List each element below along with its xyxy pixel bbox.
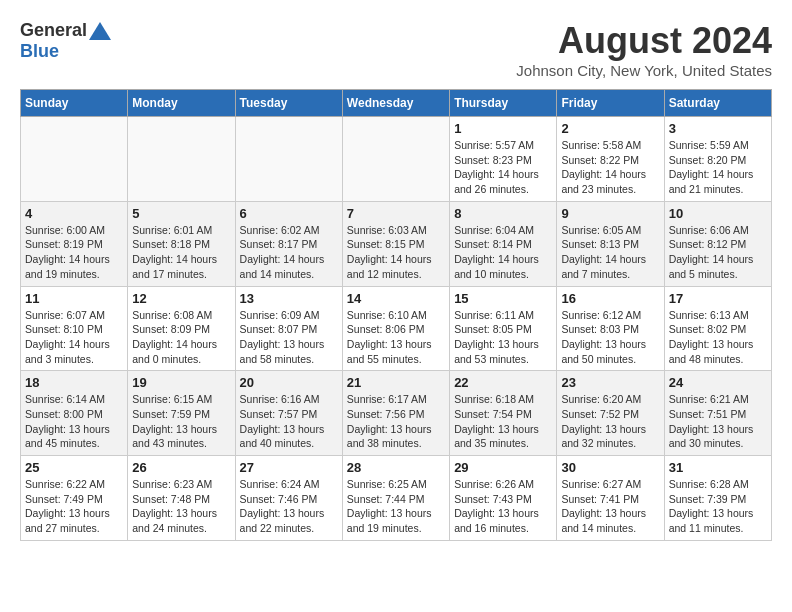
calendar-cell: 6Sunrise: 6:02 AM Sunset: 8:17 PM Daylig…	[235, 201, 342, 286]
logo-icon	[89, 22, 111, 40]
cell-date-number: 13	[240, 291, 338, 306]
weekday-header-thursday: Thursday	[450, 90, 557, 117]
calendar-cell: 30Sunrise: 6:27 AM Sunset: 7:41 PM Dayli…	[557, 456, 664, 541]
calendar-cell: 7Sunrise: 6:03 AM Sunset: 8:15 PM Daylig…	[342, 201, 449, 286]
cell-daylight-info: Sunrise: 6:26 AM Sunset: 7:43 PM Dayligh…	[454, 477, 552, 536]
cell-daylight-info: Sunrise: 6:02 AM Sunset: 8:17 PM Dayligh…	[240, 223, 338, 282]
calendar-cell: 2Sunrise: 5:58 AM Sunset: 8:22 PM Daylig…	[557, 117, 664, 202]
calendar-cell	[128, 117, 235, 202]
cell-date-number: 23	[561, 375, 659, 390]
calendar-cell: 25Sunrise: 6:22 AM Sunset: 7:49 PM Dayli…	[21, 456, 128, 541]
calendar-cell: 1Sunrise: 5:57 AM Sunset: 8:23 PM Daylig…	[450, 117, 557, 202]
calendar-cell: 8Sunrise: 6:04 AM Sunset: 8:14 PM Daylig…	[450, 201, 557, 286]
calendar-cell	[342, 117, 449, 202]
cell-date-number: 26	[132, 460, 230, 475]
cell-daylight-info: Sunrise: 6:18 AM Sunset: 7:54 PM Dayligh…	[454, 392, 552, 451]
cell-date-number: 20	[240, 375, 338, 390]
cell-date-number: 28	[347, 460, 445, 475]
location-subtitle: Johnson City, New York, United States	[516, 62, 772, 79]
calendar-cell: 28Sunrise: 6:25 AM Sunset: 7:44 PM Dayli…	[342, 456, 449, 541]
cell-daylight-info: Sunrise: 6:15 AM Sunset: 7:59 PM Dayligh…	[132, 392, 230, 451]
cell-date-number: 2	[561, 121, 659, 136]
cell-daylight-info: Sunrise: 6:24 AM Sunset: 7:46 PM Dayligh…	[240, 477, 338, 536]
cell-daylight-info: Sunrise: 6:07 AM Sunset: 8:10 PM Dayligh…	[25, 308, 123, 367]
cell-daylight-info: Sunrise: 6:20 AM Sunset: 7:52 PM Dayligh…	[561, 392, 659, 451]
cell-daylight-info: Sunrise: 6:16 AM Sunset: 7:57 PM Dayligh…	[240, 392, 338, 451]
cell-daylight-info: Sunrise: 6:05 AM Sunset: 8:13 PM Dayligh…	[561, 223, 659, 282]
cell-daylight-info: Sunrise: 6:14 AM Sunset: 8:00 PM Dayligh…	[25, 392, 123, 451]
calendar-cell	[21, 117, 128, 202]
calendar-week-row: 4Sunrise: 6:00 AM Sunset: 8:19 PM Daylig…	[21, 201, 772, 286]
calendar-cell: 29Sunrise: 6:26 AM Sunset: 7:43 PM Dayli…	[450, 456, 557, 541]
cell-daylight-info: Sunrise: 5:58 AM Sunset: 8:22 PM Dayligh…	[561, 138, 659, 197]
cell-date-number: 17	[669, 291, 767, 306]
cell-daylight-info: Sunrise: 6:21 AM Sunset: 7:51 PM Dayligh…	[669, 392, 767, 451]
calendar-cell: 16Sunrise: 6:12 AM Sunset: 8:03 PM Dayli…	[557, 286, 664, 371]
weekday-header-monday: Monday	[128, 90, 235, 117]
cell-date-number: 7	[347, 206, 445, 221]
cell-date-number: 18	[25, 375, 123, 390]
calendar-cell: 11Sunrise: 6:07 AM Sunset: 8:10 PM Dayli…	[21, 286, 128, 371]
calendar-cell: 5Sunrise: 6:01 AM Sunset: 8:18 PM Daylig…	[128, 201, 235, 286]
weekday-header-tuesday: Tuesday	[235, 90, 342, 117]
weekday-header-row: SundayMondayTuesdayWednesdayThursdayFrid…	[21, 90, 772, 117]
cell-daylight-info: Sunrise: 6:17 AM Sunset: 7:56 PM Dayligh…	[347, 392, 445, 451]
cell-date-number: 24	[669, 375, 767, 390]
cell-daylight-info: Sunrise: 6:10 AM Sunset: 8:06 PM Dayligh…	[347, 308, 445, 367]
cell-date-number: 6	[240, 206, 338, 221]
calendar-cell: 18Sunrise: 6:14 AM Sunset: 8:00 PM Dayli…	[21, 371, 128, 456]
cell-daylight-info: Sunrise: 6:22 AM Sunset: 7:49 PM Dayligh…	[25, 477, 123, 536]
cell-date-number: 31	[669, 460, 767, 475]
calendar-cell: 17Sunrise: 6:13 AM Sunset: 8:02 PM Dayli…	[664, 286, 771, 371]
cell-daylight-info: Sunrise: 6:06 AM Sunset: 8:12 PM Dayligh…	[669, 223, 767, 282]
weekday-header-wednesday: Wednesday	[342, 90, 449, 117]
cell-date-number: 21	[347, 375, 445, 390]
cell-date-number: 27	[240, 460, 338, 475]
weekday-header-saturday: Saturday	[664, 90, 771, 117]
cell-date-number: 15	[454, 291, 552, 306]
calendar-cell: 22Sunrise: 6:18 AM Sunset: 7:54 PM Dayli…	[450, 371, 557, 456]
cell-daylight-info: Sunrise: 6:00 AM Sunset: 8:19 PM Dayligh…	[25, 223, 123, 282]
calendar-cell: 20Sunrise: 6:16 AM Sunset: 7:57 PM Dayli…	[235, 371, 342, 456]
cell-date-number: 8	[454, 206, 552, 221]
calendar-table: SundayMondayTuesdayWednesdayThursdayFrid…	[20, 89, 772, 541]
calendar-cell: 26Sunrise: 6:23 AM Sunset: 7:48 PM Dayli…	[128, 456, 235, 541]
calendar-cell	[235, 117, 342, 202]
cell-daylight-info: Sunrise: 6:04 AM Sunset: 8:14 PM Dayligh…	[454, 223, 552, 282]
logo: General Blue	[20, 20, 111, 62]
cell-daylight-info: Sunrise: 6:12 AM Sunset: 8:03 PM Dayligh…	[561, 308, 659, 367]
cell-date-number: 9	[561, 206, 659, 221]
calendar-cell: 9Sunrise: 6:05 AM Sunset: 8:13 PM Daylig…	[557, 201, 664, 286]
cell-date-number: 1	[454, 121, 552, 136]
weekday-header-sunday: Sunday	[21, 90, 128, 117]
weekday-header-friday: Friday	[557, 90, 664, 117]
calendar-cell: 19Sunrise: 6:15 AM Sunset: 7:59 PM Dayli…	[128, 371, 235, 456]
cell-daylight-info: Sunrise: 6:01 AM Sunset: 8:18 PM Dayligh…	[132, 223, 230, 282]
cell-date-number: 14	[347, 291, 445, 306]
calendar-week-row: 1Sunrise: 5:57 AM Sunset: 8:23 PM Daylig…	[21, 117, 772, 202]
cell-daylight-info: Sunrise: 6:11 AM Sunset: 8:05 PM Dayligh…	[454, 308, 552, 367]
cell-daylight-info: Sunrise: 5:59 AM Sunset: 8:20 PM Dayligh…	[669, 138, 767, 197]
cell-daylight-info: Sunrise: 6:27 AM Sunset: 7:41 PM Dayligh…	[561, 477, 659, 536]
cell-date-number: 4	[25, 206, 123, 221]
logo-general-text: General	[20, 20, 87, 41]
cell-date-number: 10	[669, 206, 767, 221]
svg-marker-0	[89, 22, 111, 40]
cell-date-number: 25	[25, 460, 123, 475]
month-title: August 2024	[516, 20, 772, 62]
cell-daylight-info: Sunrise: 6:28 AM Sunset: 7:39 PM Dayligh…	[669, 477, 767, 536]
calendar-cell: 21Sunrise: 6:17 AM Sunset: 7:56 PM Dayli…	[342, 371, 449, 456]
cell-date-number: 12	[132, 291, 230, 306]
calendar-cell: 3Sunrise: 5:59 AM Sunset: 8:20 PM Daylig…	[664, 117, 771, 202]
calendar-week-row: 11Sunrise: 6:07 AM Sunset: 8:10 PM Dayli…	[21, 286, 772, 371]
cell-daylight-info: Sunrise: 5:57 AM Sunset: 8:23 PM Dayligh…	[454, 138, 552, 197]
calendar-cell: 23Sunrise: 6:20 AM Sunset: 7:52 PM Dayli…	[557, 371, 664, 456]
calendar-cell: 12Sunrise: 6:08 AM Sunset: 8:09 PM Dayli…	[128, 286, 235, 371]
cell-date-number: 29	[454, 460, 552, 475]
calendar-cell: 31Sunrise: 6:28 AM Sunset: 7:39 PM Dayli…	[664, 456, 771, 541]
calendar-cell: 24Sunrise: 6:21 AM Sunset: 7:51 PM Dayli…	[664, 371, 771, 456]
calendar-cell: 27Sunrise: 6:24 AM Sunset: 7:46 PM Dayli…	[235, 456, 342, 541]
calendar-cell: 4Sunrise: 6:00 AM Sunset: 8:19 PM Daylig…	[21, 201, 128, 286]
cell-daylight-info: Sunrise: 6:08 AM Sunset: 8:09 PM Dayligh…	[132, 308, 230, 367]
logo-blue-text: Blue	[20, 41, 59, 61]
